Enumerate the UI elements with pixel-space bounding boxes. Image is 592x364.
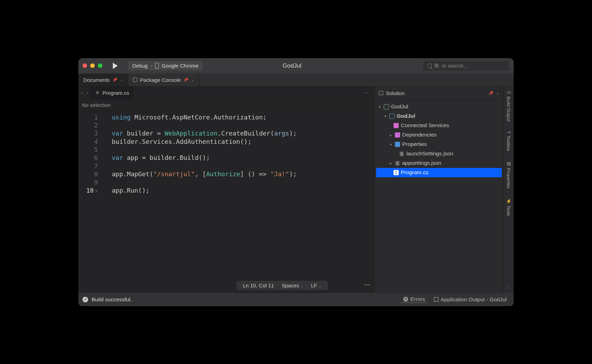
status-bar: ✓ Build successful. ✕ Errors Application… <box>78 293 514 306</box>
edit-marker-icon: ✎ <box>95 188 98 194</box>
rail-toolbox[interactable]: TToolbox <box>506 131 511 151</box>
rail-build-output[interactable]: ▭Build Output <box>506 90 511 122</box>
error-icon: ✕ <box>403 297 408 302</box>
output-icon <box>434 297 438 302</box>
main-area: ‹ › ✕ Program.cs ⋯ No selection 1 2 3 4 … <box>78 87 514 293</box>
tree-label: launchSettings.json <box>406 150 453 157</box>
tab-overflow-button[interactable]: ⋯ <box>358 90 374 95</box>
file-tab-program[interactable]: ✕ Program.cs <box>91 87 134 99</box>
chevron-right-icon: › <box>150 63 152 69</box>
run-button[interactable] <box>113 63 118 69</box>
run-config-selector[interactable]: Debug › Google Chrome <box>128 61 203 70</box>
tree-dependencies[interactable]: Dependencies <box>376 130 502 140</box>
app-output-label: Application Output - GodJul <box>441 296 507 303</box>
code-content[interactable]: using Microsoft.AspNetCore.Authorization… <box>103 111 374 279</box>
disclosure-icon[interactable] <box>389 142 393 146</box>
chevron-down-icon[interactable]: ⌄ <box>496 91 499 95</box>
line-gutter: 1 2 3 4 5 6 7 8 9 10✎ <box>78 111 103 279</box>
indent-selector[interactable]: Spaces ⌄ <box>282 282 303 288</box>
pin-icon[interactable]: 📌 <box>112 78 117 82</box>
check-icon: ✓ <box>83 297 88 302</box>
pin-icon[interactable]: 📌 <box>489 91 493 95</box>
line-number: 5 <box>78 146 98 154</box>
cursor-position[interactable]: Ln 10, Col 11 <box>243 282 274 288</box>
editor-status-row: Ln 10, Col 11 Spaces ⌄ LF ⌄ — <box>78 279 374 293</box>
tree-label: appsettings.json <box>402 160 441 166</box>
chevron-down-icon: ⌄ <box>319 284 321 288</box>
nav-back-button[interactable]: ‹ <box>81 90 83 95</box>
line-number: 3 <box>78 129 98 137</box>
chevron-down-icon[interactable]: ⌄ <box>120 78 123 82</box>
tree-label: GodJul <box>397 113 415 119</box>
minimize-window-button[interactable] <box>90 63 95 68</box>
tree-label: Connected Services <box>401 122 449 129</box>
line-number: 2 <box>78 121 98 129</box>
solution-tree: GodJul GodJul Connected Services Depende… <box>375 100 503 179</box>
rail-tests[interactable]: ⚡Tests <box>506 198 511 216</box>
package-console-label: Package Console <box>140 77 181 83</box>
breadcrumb[interactable]: No selection <box>78 99 374 111</box>
json-file-icon: {} <box>399 151 404 156</box>
rail-chevron-icon[interactable]: ⌄ <box>507 285 510 289</box>
window-controls <box>83 63 102 68</box>
tree-launchsettings[interactable]: {} launchSettings.json <box>376 149 502 158</box>
errors-label: Errors <box>410 296 425 302</box>
nav-forward-button[interactable]: › <box>86 90 88 95</box>
rail-properties[interactable]: ▤Properties <box>506 161 511 188</box>
window-title: GodJul <box>207 62 419 69</box>
close-tab-icon[interactable]: ✕ <box>95 90 100 95</box>
disclosure-icon[interactable] <box>389 133 393 137</box>
app-output-pad-button[interactable]: Application Output - GodJul <box>431 296 509 303</box>
tree-label: Properties <box>402 141 427 147</box>
line-number: 10✎ <box>78 186 98 194</box>
services-icon <box>394 123 399 128</box>
file-tabs-row: ‹ › ✕ Program.cs ⋯ <box>78 87 374 99</box>
editor-status-pill: Ln 10, Col 11 Spaces ⌄ LF ⌄ <box>236 281 327 290</box>
disclosure-icon[interactable] <box>377 105 382 109</box>
maximize-window-button[interactable] <box>98 63 102 68</box>
chevron-down-icon[interactable]: ⌄ <box>191 78 194 82</box>
line-number: 1 <box>78 113 98 121</box>
console-icon <box>133 78 137 82</box>
documents-tab[interactable]: Documents 📌 ⌄ <box>78 73 128 86</box>
chevron-down-icon: ⌄ <box>301 284 303 288</box>
collapse-status-button[interactable]: — <box>364 281 370 288</box>
tree-program-cs[interactable]: {} Program.cs <box>376 168 502 177</box>
line-number: 9 <box>78 178 98 186</box>
eol-selector[interactable]: LF ⌄ <box>311 282 321 288</box>
package-console-tab[interactable]: Package Console 📌 ⌄ <box>128 73 200 86</box>
editor-pane: ‹ › ✕ Program.cs ⋯ No selection 1 2 3 4 … <box>78 87 374 293</box>
titlebar: Debug › Google Chrome GodJul ⌘. to searc… <box>78 58 514 73</box>
tree-solution-root[interactable]: GodJul <box>376 102 502 111</box>
pin-icon[interactable]: 📌 <box>184 78 188 82</box>
tree-project[interactable]: GodJul <box>376 111 502 121</box>
device-icon <box>155 63 159 69</box>
documents-tab-label: Documents <box>83 77 110 83</box>
global-search-input[interactable]: ⌘. to search... <box>423 61 509 71</box>
disclosure-icon[interactable] <box>383 114 387 118</box>
nav-arrows: ‹ › <box>78 90 91 95</box>
tree-properties-folder[interactable]: Properties <box>376 140 502 149</box>
code-editor[interactable]: 1 2 3 4 5 6 7 8 9 10✎ using Microsoft.As… <box>78 111 374 279</box>
solution-icon <box>384 104 389 109</box>
file-tab-label: Program.cs <box>102 90 129 96</box>
line-number: 4 <box>78 138 98 146</box>
pad-tabs-row: Documents 📌 ⌄ Package Console 📌 ⌄ <box>78 73 514 87</box>
run-target-label: Google Chrome <box>162 63 198 69</box>
search-icon <box>427 63 432 68</box>
errors-pad-button[interactable]: ✕ Errors <box>400 296 428 303</box>
tree-connected-services[interactable]: Connected Services <box>376 121 502 130</box>
search-placeholder: ⌘. to search... <box>434 63 468 69</box>
tree-label: GodJul <box>391 103 408 110</box>
line-number: 8 <box>78 170 98 178</box>
tree-label: Program.cs <box>401 169 428 176</box>
right-rail: ▭Build Output TToolbox ▤Properties ⚡Test… <box>503 87 514 293</box>
close-window-button[interactable] <box>83 63 87 68</box>
tree-appsettings[interactable]: {} appsettings.json <box>376 158 502 168</box>
solution-header-label: Solution <box>386 90 405 96</box>
csharp-file-icon: {} <box>394 170 399 175</box>
line-number: 6 <box>78 154 98 162</box>
dependencies-icon <box>395 132 400 138</box>
disclosure-icon[interactable] <box>389 161 393 165</box>
json-file-icon: {} <box>395 161 400 166</box>
